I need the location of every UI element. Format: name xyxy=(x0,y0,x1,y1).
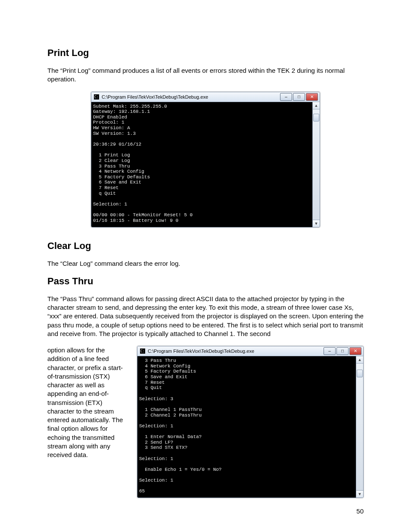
cmd-window-pass-thru: C: C:\Program Files\TekVox\TekDebug\TekD… xyxy=(137,346,364,498)
terminal-output: 3 Pass Thru 4 Network Config 5 Factory D… xyxy=(137,356,356,498)
cmd-prompt-icon: C: xyxy=(94,94,99,100)
svg-text:C:: C: xyxy=(94,95,99,99)
close-button[interactable]: ✕ xyxy=(349,347,361,355)
cmd-window-print-log: C: C:\Program Files\TekVox\TekDebug\TekD… xyxy=(91,92,320,227)
titlebar[interactable]: C: C:\Program Files\TekVox\TekDebug\TekD… xyxy=(137,346,363,356)
para-clear-log: The “Clear Log” command clears the error… xyxy=(47,259,364,268)
minimize-button[interactable]: – xyxy=(324,347,336,355)
window-title: C:\Program Files\TekVox\TekDebug\TekDebu… xyxy=(102,94,208,100)
svg-text:C:: C: xyxy=(140,349,145,353)
terminal-output: Subnet Mask: 255.255.255.0 Gateway: 192.… xyxy=(91,102,312,227)
maximize-button[interactable]: □ xyxy=(336,347,349,355)
scroll-thumb[interactable] xyxy=(313,114,319,121)
heading-clear-log: Clear Log xyxy=(47,240,364,252)
para-pass-thru-2: option allows for the addition of a line… xyxy=(47,346,129,459)
scroll-up-icon[interactable]: ▲ xyxy=(313,102,320,109)
vertical-scrollbar[interactable]: ▲ ▼ xyxy=(312,102,320,227)
minimize-button[interactable]: – xyxy=(280,93,292,101)
scroll-down-icon[interactable]: ▼ xyxy=(356,490,363,498)
page-number: 50 xyxy=(356,507,364,515)
para-pass-thru-1: The “Pass Thru” command allows for passi… xyxy=(47,295,364,338)
titlebar[interactable]: C: C:\Program Files\TekVox\TekDebug\TekD… xyxy=(91,92,320,102)
window-title: C:\Program Files\TekVox\TekDebug\TekDebu… xyxy=(148,348,254,354)
heading-pass-thru: Pass Thru xyxy=(47,276,364,287)
scroll-up-icon[interactable]: ▲ xyxy=(356,356,363,364)
para-print-log: The “Print Log” command produces a list … xyxy=(47,66,364,84)
cmd-prompt-icon: C: xyxy=(140,348,145,354)
maximize-button[interactable]: □ xyxy=(293,93,305,101)
heading-print-log: Print Log xyxy=(47,47,364,59)
vertical-scrollbar[interactable]: ▲ ▼ xyxy=(356,356,363,498)
scroll-thumb[interactable] xyxy=(357,370,363,377)
scroll-down-icon[interactable]: ▼ xyxy=(313,220,320,227)
close-button[interactable]: ✕ xyxy=(306,93,318,101)
